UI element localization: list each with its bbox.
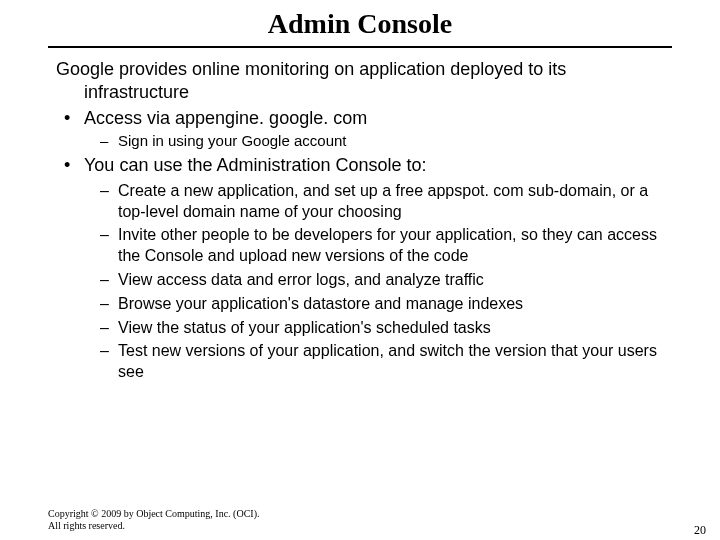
lead-text: Google provides online monitoring on app… — [56, 58, 672, 103]
sub-bullet-item: Create a new application, and set up a f… — [118, 181, 672, 223]
copyright-line-2: All rights reserved. — [48, 520, 259, 532]
bullet-text: Access via appengine. google. com — [84, 108, 367, 128]
sub-bullet-item: View the status of your application's sc… — [118, 318, 672, 339]
title-underline — [48, 46, 672, 48]
page-number: 20 — [694, 523, 706, 538]
footer-copyright: Copyright © 2009 by Object Computing, In… — [48, 508, 259, 532]
copyright-line-1: Copyright © 2009 by Object Computing, In… — [48, 508, 259, 520]
slide: Admin Console Google provides online mon… — [0, 8, 720, 540]
sub-bullet-list: Create a new application, and set up a f… — [84, 181, 672, 383]
bullet-item: You can use the Administration Console t… — [84, 154, 672, 383]
sub-bullet-item: Test new versions of your application, a… — [118, 341, 672, 383]
bullet-text: You can use the Administration Console t… — [84, 155, 427, 175]
slide-title: Admin Console — [0, 8, 720, 44]
sub-bullet-item: Invite other people to be developers for… — [118, 225, 672, 267]
bullet-item: Access via appengine. google. com Sign i… — [84, 107, 672, 150]
bullet-list: Access via appengine. google. com Sign i… — [56, 107, 672, 383]
slide-content: Google provides online monitoring on app… — [56, 58, 672, 383]
sub-bullet-item: Browse your application's datastore and … — [118, 294, 672, 315]
sub-bullet-item: Sign in using your Google account — [118, 132, 672, 151]
sub-bullet-list: Sign in using your Google account — [84, 132, 672, 151]
sub-bullet-item: View access data and error logs, and ana… — [118, 270, 672, 291]
